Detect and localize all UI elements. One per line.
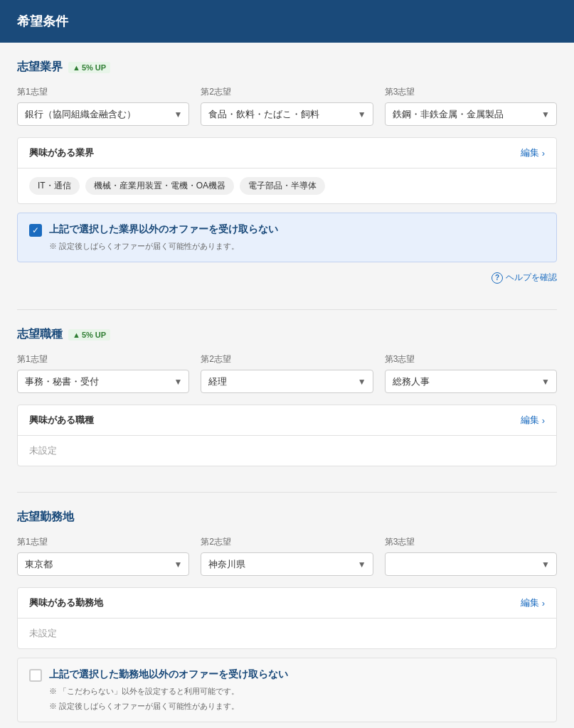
location-second-col: 第2志望 神奈川県 ▼ (201, 536, 373, 576)
page-header: 希望条件 (0, 0, 574, 43)
industry-second-select-wrapper: 食品・飲料・たばこ・飼料 ▼ (201, 102, 373, 126)
location-checkbox-note-1: ※ 「こだわらない」以外を設定すると利用可能です。 (49, 686, 545, 697)
location-first-select-wrapper: 東京都 ▼ (17, 552, 189, 576)
location-section-title: 志望勤務地 (17, 510, 557, 525)
location-interest-card: 興味がある勤務地 編集 › 未設定 (17, 587, 557, 649)
location-first-select[interactable]: 東京都 (17, 552, 189, 576)
industry-edit-chevron-icon: › (542, 148, 545, 159)
industry-interest-title: 興味がある業界 (29, 146, 94, 159)
location-checkbox-label: 上記で選択した勤務地以外のオファーを受け取らない (49, 668, 288, 681)
industry-checkbox-label: 上記で選択した業界以外のオファーを受け取らない (49, 223, 278, 236)
industry-help-row: ? ヘルプを確認 (17, 271, 557, 284)
location-second-select-wrapper: 神奈川県 ▼ (201, 552, 373, 576)
industry-section: 志望業界 ▲ 5% UP 第1志望 銀行（協同組織金融含む） ▼ 第2志望 (17, 60, 557, 284)
industry-first-col: 第1志望 銀行（協同組織金融含む） ▼ (17, 86, 189, 126)
location-checkbox-note-2: ※ 設定後しばらくオファーが届く可能性があります。 (49, 701, 545, 712)
industry-checkmark: ✓ (32, 226, 39, 235)
job-second-col: 第2志望 経理 ▼ (201, 353, 373, 393)
industry-help-button[interactable]: ? ヘルプを確認 (491, 272, 557, 284)
job-first-select[interactable]: 事務・秘書・受付 (17, 370, 189, 393)
job-up-arrow-icon: ▲ (73, 331, 80, 339)
location-unset-text: 未設定 (18, 619, 556, 648)
job-third-label: 第3志望 (385, 353, 557, 365)
industry-second-select[interactable]: 食品・飲料・たばこ・飼料 (201, 102, 373, 126)
location-third-label: 第3志望 (385, 536, 557, 548)
industry-checkbox-icon[interactable]: ✓ (29, 224, 42, 237)
industry-help-icon: ? (491, 272, 503, 284)
job-section-title: 志望職種 ▲ 5% UP (17, 327, 557, 342)
job-third-select-wrapper: 総務人事 ▼ (385, 370, 557, 393)
location-interest-card-header: 興味がある勤務地 編集 › (18, 588, 556, 619)
industry-third-label: 第3志望 (385, 86, 557, 98)
location-third-col: 第3志望 ▼ (385, 536, 557, 576)
divider-2 (17, 492, 557, 493)
location-first-label: 第1志望 (17, 536, 189, 548)
location-checkbox-card: 上記で選択した勤務地以外のオファーを受け取らない ※ 「こだわらない」以外を設定… (17, 658, 557, 722)
industry-first-label: 第1志望 (17, 86, 189, 98)
location-checkbox-icon[interactable] (29, 669, 42, 682)
job-third-select[interactable]: 総務人事 (385, 370, 557, 393)
location-interest-title: 興味がある勤務地 (29, 596, 103, 609)
job-second-select[interactable]: 経理 (201, 370, 373, 393)
industry-checkbox-note: ※ 設定後しばらくオファーが届く可能性があります。 (49, 241, 545, 252)
industry-first-select[interactable]: 銀行（協同組織金融含む） (17, 102, 189, 126)
industry-up-badge: ▲ 5% UP (68, 62, 110, 73)
industry-third-col: 第3志望 鉄鋼・非鉄金属・金属製品 ▼ (385, 86, 557, 126)
job-third-col: 第3志望 総務人事 ▼ (385, 353, 557, 393)
industry-edit-button[interactable]: 編集 › (521, 146, 545, 159)
location-third-select[interactable] (385, 552, 557, 576)
location-second-label: 第2志望 (201, 536, 373, 548)
job-interest-card: 興味がある職種 編集 › 未設定 (17, 405, 557, 466)
industry-interest-card-header: 興味がある業界 編集 › (18, 138, 556, 168)
job-interest-title: 興味がある職種 (29, 414, 94, 427)
industry-third-select-wrapper: 鉄鋼・非鉄金属・金属製品 ▼ (385, 102, 557, 126)
industry-interest-card-body: IT・通信 機械・産業用装置・電機・OA機器 電子部品・半導体 (18, 168, 556, 203)
job-first-select-wrapper: 事務・秘書・受付 ▼ (17, 370, 189, 393)
location-first-col: 第1志望 東京都 ▼ (17, 536, 189, 576)
industry-second-col: 第2志望 食品・飲料・たばこ・飼料 ▼ (201, 86, 373, 126)
industry-first-select-wrapper: 銀行（協同組織金融含む） ▼ (17, 102, 189, 126)
page-title: 希望条件 (17, 14, 68, 28)
job-first-label: 第1志望 (17, 353, 189, 365)
location-preference-row: 第1志望 東京都 ▼ 第2志望 神奈川県 ▼ 第3志望 (17, 536, 557, 576)
industry-second-label: 第2志望 (201, 86, 373, 98)
up-arrow-icon: ▲ (73, 63, 80, 72)
location-section: 志望勤務地 第1志望 東京都 ▼ 第2志望 神奈川県 ▼ (17, 510, 557, 728)
job-up-badge: ▲ 5% UP (68, 329, 110, 341)
industry-preference-row: 第1志望 銀行（協同組織金融含む） ▼ 第2志望 食品・飲料・たばこ・飼料 ▼ (17, 86, 557, 126)
job-edit-button[interactable]: 編集 › (521, 414, 545, 427)
job-second-label: 第2志望 (201, 353, 373, 365)
industry-checkbox-row: ✓ 上記で選択した業界以外のオファーを受け取らない (29, 223, 545, 237)
job-first-col: 第1志望 事務・秘書・受付 ▼ (17, 353, 189, 393)
job-unset-text: 未設定 (18, 436, 556, 466)
location-edit-button[interactable]: 編集 › (521, 596, 545, 609)
industry-third-select[interactable]: 鉄鋼・非鉄金属・金属製品 (385, 102, 557, 126)
job-preference-row: 第1志望 事務・秘書・受付 ▼ 第2志望 経理 ▼ 第3志望 (17, 353, 557, 393)
location-second-select[interactable]: 神奈川県 (201, 552, 373, 576)
industry-checkbox-card: ✓ 上記で選択した業界以外のオファーを受け取らない ※ 設定後しばらくオファーが… (17, 213, 557, 262)
location-third-select-wrapper: ▼ (385, 552, 557, 576)
job-section: 志望職種 ▲ 5% UP 第1志望 事務・秘書・受付 ▼ 第2志望 (17, 327, 557, 466)
industry-interest-card: 興味がある業界 編集 › IT・通信 機械・産業用装置・電機・OA機器 電子部品… (17, 137, 557, 204)
location-checkbox-row: 上記で選択した勤務地以外のオファーを受け取らない (29, 668, 545, 682)
job-edit-chevron-icon: › (542, 415, 545, 426)
location-edit-chevron-icon: › (542, 598, 545, 609)
job-second-select-wrapper: 経理 ▼ (201, 370, 373, 393)
industry-tag-0: IT・通信 (29, 177, 80, 195)
industry-section-title: 志望業界 ▲ 5% UP (17, 60, 557, 75)
industry-tag-2: 電子部品・半導体 (240, 177, 325, 195)
divider-1 (17, 309, 557, 310)
job-interest-card-header: 興味がある職種 編集 › (18, 405, 556, 436)
industry-tag-1: 機械・産業用装置・電機・OA機器 (85, 177, 234, 195)
